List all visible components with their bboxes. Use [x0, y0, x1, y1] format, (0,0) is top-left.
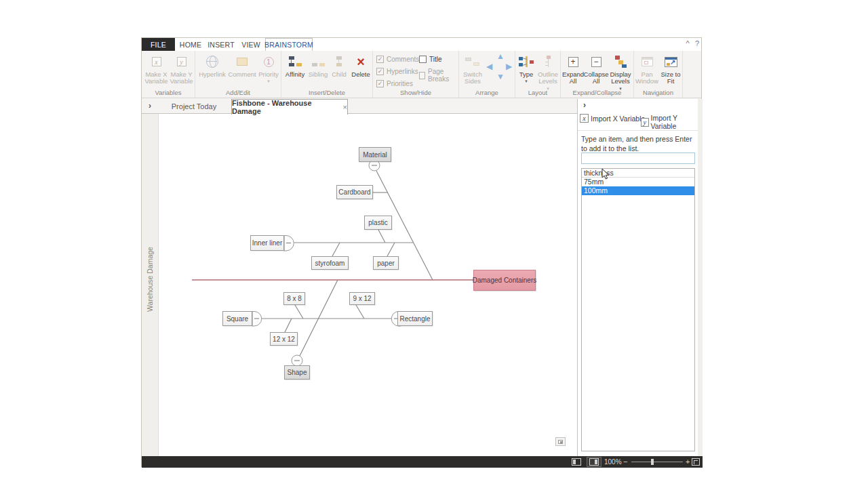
checkbox-unchecked-icon [419, 56, 427, 63]
node-material[interactable]: Material [359, 147, 391, 162]
app-window: FILE HOME INSERT VIEW BRAINSTORM ^ ? x M… [141, 37, 702, 467]
fit-to-window-icon[interactable] [692, 458, 700, 466]
make-y-icon: y [177, 54, 186, 70]
node-square[interactable]: Square [222, 311, 252, 326]
item-list[interactable]: thickness 75mm 100mm [581, 168, 695, 451]
list-item-100mm[interactable]: 100mm [582, 186, 694, 195]
node-styrofoam[interactable]: styrofoam [311, 256, 349, 270]
move-left-icon[interactable]: ◀ [486, 62, 492, 70]
panel-chevron-icon[interactable]: › [583, 100, 586, 110]
checkbox-hyperlinks[interactable]: ✓ Hyperlinks [376, 68, 418, 75]
switch-sides-button[interactable]: Switch Sides [460, 54, 485, 85]
affinity-button[interactable]: Affinity [283, 54, 307, 78]
page: FILE HOME INSERT VIEW BRAINSTORM ^ ? x M… [0, 0, 868, 488]
delete-icon: × [357, 54, 365, 70]
view-mode-split-button[interactable] [587, 457, 601, 467]
hyperlink-button[interactable]: Hyperlink [197, 54, 227, 78]
zoom-slider-thumb[interactable] [651, 459, 654, 465]
ribbon-tab-bar: FILE HOME INSERT VIEW BRAINSTORM ^ ? [142, 38, 701, 51]
help-icon[interactable]: ? [692, 39, 702, 47]
checkbox-comments[interactable]: ✓ Comments [376, 56, 419, 63]
node-rectangle[interactable]: Rectangle [397, 311, 433, 326]
node-12x12[interactable]: 12 x 12 [270, 332, 298, 346]
child-button[interactable]: Child [329, 54, 349, 78]
tab-view[interactable]: VIEW [237, 38, 265, 51]
left-panel-chevron-icon[interactable]: › [149, 101, 151, 110]
outline-levels-icon [542, 54, 553, 70]
make-x-variable-button[interactable]: x Make X Variable [144, 54, 169, 85]
move-right-icon[interactable]: ▶ [506, 62, 512, 70]
node-cardboard[interactable]: Cardboard [336, 185, 373, 199]
collapse-indicator[interactable] [292, 355, 302, 366]
display-levels-button[interactable]: Display Levels ▾ [608, 54, 633, 91]
variable-panel: › x Import X Variable y Import Y Variabl… [577, 99, 698, 456]
delete-button[interactable]: × Delete [351, 54, 371, 78]
size-to-fit-button[interactable]: ↗ Size to Fit [660, 54, 682, 85]
move-arrows: ▲ ◀ ▶ ▼ [485, 52, 515, 82]
priority-button[interactable]: 1 Priority ▾ [257, 54, 280, 83]
group-expand-collapse: + Expand All − Collapse All Display Leve… [561, 51, 634, 98]
move-up-icon[interactable]: ▲ [496, 52, 505, 60]
make-y-variable-button[interactable]: y Make Y Variable [169, 54, 194, 85]
collapse-all-icon: − [591, 54, 601, 70]
close-tab-icon[interactable]: × [343, 103, 347, 111]
node-plastic[interactable]: plastic [364, 216, 392, 230]
zoom-slider-track[interactable] [631, 462, 683, 462]
collapse-ribbon-icon[interactable]: ^ [683, 39, 692, 47]
checkbox-priorities[interactable]: ✓ Priorities [376, 80, 413, 87]
collapse-indicator[interactable] [284, 236, 294, 251]
zoom-out-icon[interactable]: − [623, 458, 627, 466]
new-item-input[interactable] [581, 152, 695, 164]
y-variable-icon: y [641, 118, 649, 127]
list-item-thickness[interactable]: thickness [582, 169, 694, 178]
checkbox-page-breaks[interactable]: Page Breaks [419, 68, 458, 83]
checkbox-title[interactable]: Title [419, 56, 442, 63]
tab-brainstorm[interactable]: BRAINSTORM [265, 38, 313, 51]
type-icon [519, 54, 534, 70]
checkbox-unchecked-icon [419, 72, 425, 79]
doc-tab-fishbone[interactable]: Fishbone - Warehouse Damage × [231, 99, 348, 115]
left-map-strip[interactable]: Warehouse Damage [142, 114, 159, 456]
import-x-variable-button[interactable]: x Import X Variable [580, 114, 645, 123]
view-mode-map-icon[interactable] [572, 458, 581, 466]
checkbox-checked-icon: ✓ [376, 56, 384, 63]
comment-button[interactable]: Comment [227, 54, 257, 78]
expand-all-button[interactable]: + Expand All [562, 54, 584, 85]
node-paper[interactable]: paper [373, 256, 399, 270]
switch-sides-icon [465, 54, 480, 70]
import-y-variable-button[interactable]: y Import Y Variable [641, 114, 698, 130]
make-x-icon: x [152, 54, 161, 70]
group-label-expand-collapse: Expand/Collapse [561, 89, 633, 96]
checkbox-checked-icon: ✓ [376, 68, 384, 75]
node-damaged-containers[interactable]: Damaged Containers [473, 270, 536, 291]
expand-all-icon: + [568, 54, 578, 70]
collapse-all-button[interactable]: − Collapse All [584, 54, 608, 85]
group-label-add-edit: Add/Edit [195, 89, 281, 96]
zoom-in-icon[interactable]: + [686, 458, 690, 466]
panel-hint-text: Type an item, and then press Enter to ad… [581, 134, 695, 153]
list-item-75mm[interactable]: 75mm [582, 178, 694, 186]
tab-home[interactable]: HOME [176, 38, 205, 51]
diagram-canvas[interactable]: Material Cardboard plastic Inner liner s… [159, 114, 577, 456]
group-label-navigation: Navigation [634, 89, 682, 96]
sibling-button[interactable]: Sibling [307, 54, 329, 78]
panel-divider [578, 130, 698, 131]
group-show-hide: ✓ Comments Title ✓ Hyperlinks Page Break… [373, 51, 459, 98]
center-diagram-button[interactable] [555, 437, 566, 446]
hyperlink-icon [206, 54, 218, 70]
type-button[interactable]: Type ▾ [517, 54, 536, 83]
doc-tab-project-today[interactable]: Project Today [163, 99, 224, 114]
tab-insert[interactable]: INSERT [205, 38, 237, 51]
node-8x8[interactable]: 8 x 8 [283, 292, 305, 305]
map-title-vertical: Warehouse Damage [146, 219, 154, 340]
outline-levels-button[interactable]: Outline Levels ▾ [536, 54, 559, 91]
node-inner-liner[interactable]: Inner liner [250, 235, 284, 251]
checkbox-checked-icon: ✓ [376, 80, 384, 87]
node-9x12[interactable]: 9 x 12 [349, 292, 375, 305]
move-down-icon[interactable]: ▼ [496, 73, 505, 81]
pan-window-button[interactable]: Pan Window [636, 54, 658, 85]
collapse-indicator[interactable] [252, 312, 262, 327]
tab-file[interactable]: FILE [142, 38, 175, 51]
group-label-arrange: Arrange [459, 89, 515, 96]
node-shape[interactable]: Shape [284, 365, 310, 380]
